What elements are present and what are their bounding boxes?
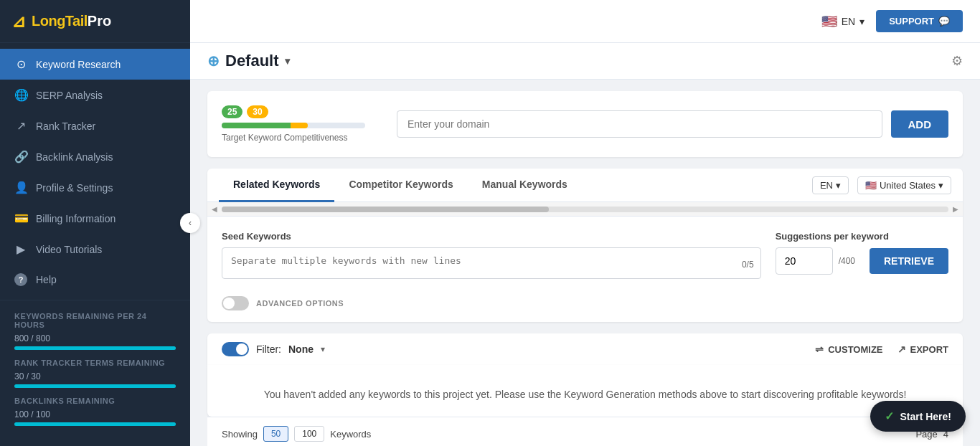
start-here-button[interactable]: ✓ Start Here! xyxy=(870,401,966,432)
show-left: Showing 50 100 Keywords xyxy=(222,426,371,442)
tabs-header: Related Keywords Competitor Keywords Man… xyxy=(207,169,963,202)
suggestions-input[interactable] xyxy=(776,247,833,275)
rank-stat: 30 / 30 xyxy=(14,371,176,381)
seed-textarea[interactable] xyxy=(222,247,761,279)
keywords-label: Keywords xyxy=(330,429,371,440)
filter-value: None xyxy=(288,343,314,355)
suggestions-input-wrap: /400 RETRIEVE xyxy=(776,247,948,275)
competitiveness-section: 25 30 Target Keyword Competitiveness xyxy=(222,105,380,143)
tab-manual-keywords[interactable]: Manual Keywords xyxy=(468,169,582,202)
tab-right-controls: EN ▾ 🇺🇸 United States ▾ xyxy=(812,176,951,194)
export-icon: ↗ xyxy=(897,343,906,355)
sidebar-item-label: Backlink Analysis xyxy=(36,151,113,163)
lang-mini-selector[interactable]: EN ▾ xyxy=(812,176,849,194)
sidebar-item-backlink-analysis[interactable]: 🔗 Backlink Analysis xyxy=(0,141,190,172)
sidebar-item-billing-information[interactable]: 💳 Billing Information xyxy=(0,203,190,234)
domain-input[interactable] xyxy=(397,110,882,138)
filter-toggle[interactable] xyxy=(222,342,249,356)
customize-button[interactable]: ⇌ CUSTOMIZE xyxy=(815,343,882,355)
sidebar-item-video-tutorials[interactable]: ▶ Video Tutorials xyxy=(0,234,190,265)
rank-icon: ↗ xyxy=(14,119,27,133)
toggle-knob xyxy=(223,298,235,309)
support-button[interactable]: SUPPORT 💬 xyxy=(876,10,963,32)
keyword-tabs-container: Related Keywords Competitor Keywords Man… xyxy=(207,169,963,322)
lang-arrow-icon: ▾ xyxy=(859,16,864,27)
profile-icon: 👤 xyxy=(14,181,27,194)
seed-label: Seed Keywords xyxy=(222,231,761,242)
settings-gear-icon[interactable]: ⚙ xyxy=(951,53,963,69)
seed-count: 0/5 xyxy=(742,260,754,270)
keywords-stat: 800 / 800 xyxy=(14,333,176,343)
sidebar-item-keyword-research[interactable]: ⊙ Keyword Research xyxy=(0,49,190,80)
filter-arrow-icon[interactable]: ▾ xyxy=(321,344,325,354)
seed-textarea-wrap: 0/5 xyxy=(222,247,761,282)
start-here-icon: ✓ xyxy=(885,409,894,423)
backlinks-remaining-label: Backlinks Remaining xyxy=(14,397,176,405)
horizontal-scrollbar: ◀ ▶ xyxy=(207,202,963,217)
flag-icon: 🇺🇸 xyxy=(821,14,837,29)
backlinks-progress-fill xyxy=(14,422,176,426)
scroll-right-arrow[interactable]: ▶ xyxy=(948,204,963,214)
topbar: 🇺🇸 EN ▾ SUPPORT 💬 xyxy=(190,0,980,43)
advanced-options-label: ADVANCED OPTIONS xyxy=(256,299,344,308)
tab-related-keywords[interactable]: Related Keywords xyxy=(219,169,334,202)
keyword-research-icon: ⊙ xyxy=(14,57,27,71)
sidebar-item-label: Billing Information xyxy=(36,213,116,224)
serp-icon: 🌐 xyxy=(14,88,27,102)
add-domain-button[interactable]: ADD xyxy=(891,110,949,138)
rank-progress-bg xyxy=(14,384,176,388)
export-label: EXPORT xyxy=(910,344,948,355)
backlinks-stat: 100 / 100 xyxy=(14,409,176,419)
advanced-options-toggle[interactable] xyxy=(222,296,249,310)
show-100-button[interactable]: 100 xyxy=(294,426,324,442)
project-dropdown-icon: ▾ xyxy=(285,55,290,67)
sidebar-item-help[interactable]: ? Help xyxy=(0,265,190,295)
comp-bar-yellow xyxy=(291,123,308,128)
flag-us-icon: 🇺🇸 xyxy=(865,180,877,191)
advanced-options-row: ADVANCED OPTIONS xyxy=(207,293,963,322)
sidebar-item-label: Profile & Settings xyxy=(36,182,113,194)
export-button[interactable]: ↗ EXPORT xyxy=(897,343,948,355)
filter-left: Filter: None ▾ xyxy=(222,342,325,356)
sidebar-item-rank-tracker[interactable]: ↗ Rank Tracker xyxy=(0,110,190,141)
project-header: ⊕ Default ▾ ⚙ xyxy=(190,43,980,80)
rank-progress-fill xyxy=(14,384,176,388)
filter-section: Filter: None ▾ ⇌ CUSTOMIZE ↗ EXPORT xyxy=(207,333,963,365)
tab-competitor-keywords[interactable]: Competitor Keywords xyxy=(334,169,467,202)
retrieve-button[interactable]: RETRIEVE xyxy=(870,248,948,274)
scroll-thumb xyxy=(222,207,549,212)
main-content: 🇺🇸 EN ▾ SUPPORT 💬 ⊕ Default ▾ ⚙ 25 30 xyxy=(190,0,980,446)
filter-toggle-knob xyxy=(236,343,248,355)
scroll-left-arrow[interactable]: ◀ xyxy=(207,204,222,214)
project-title-area[interactable]: ⊕ Default ▾ xyxy=(207,52,290,70)
keywords-progress-fill xyxy=(14,346,176,350)
sidebar-item-profile-settings[interactable]: 👤 Profile & Settings xyxy=(0,172,190,203)
lang-mini-value: EN xyxy=(820,180,833,191)
sidebar-item-serp-analysis[interactable]: 🌐 SERP Analysis xyxy=(0,80,190,110)
comp-bar xyxy=(222,123,365,128)
project-name: Default xyxy=(225,52,279,70)
comp-label: Target Keyword Competitiveness xyxy=(222,133,380,143)
scroll-track xyxy=(222,207,948,212)
seed-right: Suggestions per keyword /400 RETRIEVE xyxy=(776,231,948,275)
sidebar-item-label: Video Tutorials xyxy=(36,244,102,255)
logo-text: LongTail xyxy=(32,13,88,29)
backlinks-progress-bg xyxy=(14,422,176,426)
keywords-progress-bg xyxy=(14,346,176,350)
show-50-button[interactable]: 50 xyxy=(263,426,288,442)
sidebar-item-label: SERP Analysis xyxy=(36,90,103,101)
seed-left: Seed Keywords 0/5 xyxy=(222,231,761,282)
comp-bar-green xyxy=(222,123,291,128)
score-low-badge: 25 xyxy=(222,105,242,118)
sidebar-item-label: Rank Tracker xyxy=(36,120,95,132)
score-high-badge: 30 xyxy=(247,105,268,118)
country-selector[interactable]: 🇺🇸 United States ▾ xyxy=(857,176,951,194)
sidebar-toggle[interactable]: ‹ xyxy=(180,213,200,233)
sidebar-item-label: Help xyxy=(36,274,57,285)
start-here-label: Start Here! xyxy=(900,411,951,422)
lang-value: EN xyxy=(842,16,855,27)
country-arrow: ▾ xyxy=(938,180,943,191)
logo-area: ⊿ LongTailPro xyxy=(0,0,190,43)
country-value: United States xyxy=(880,180,936,191)
language-selector[interactable]: 🇺🇸 EN ▾ xyxy=(821,14,864,29)
